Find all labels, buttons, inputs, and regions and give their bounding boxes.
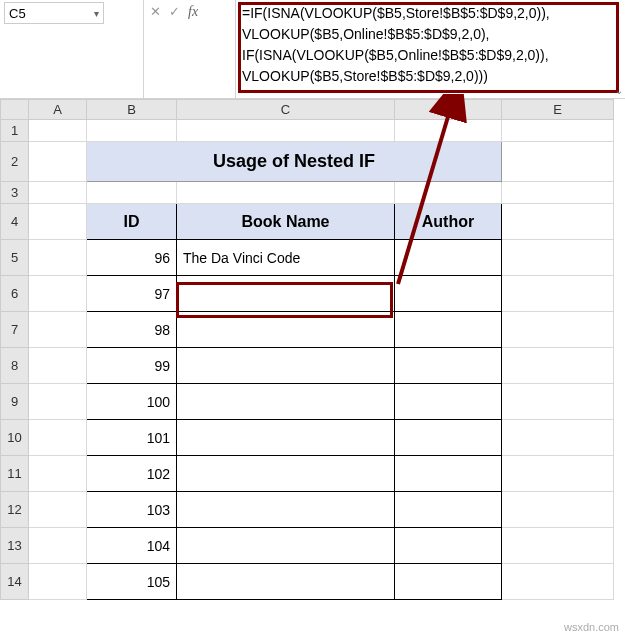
cell-id[interactable]: 105 (87, 564, 177, 600)
row-header-3[interactable]: 3 (1, 182, 29, 204)
row-header-8[interactable]: 8 (1, 348, 29, 384)
cell[interactable] (177, 182, 395, 204)
cell[interactable] (502, 492, 614, 528)
cell[interactable] (395, 182, 502, 204)
cell[interactable] (29, 564, 87, 600)
cancel-icon[interactable]: ✕ (150, 4, 161, 19)
row-header-2[interactable]: 2 (1, 142, 29, 182)
cell[interactable] (502, 312, 614, 348)
cell-book[interactable]: The Da Vinci Code (177, 240, 395, 276)
cell[interactable] (29, 384, 87, 420)
cell-book[interactable] (177, 528, 395, 564)
confirm-icon[interactable]: ✓ (169, 4, 180, 19)
cell[interactable] (29, 348, 87, 384)
title-cell[interactable]: Usage of Nested IF (87, 142, 502, 182)
formula-input[interactable]: =IF(ISNA(VLOOKUP($B5,Store!$B$5:$D$9,2,0… (242, 3, 619, 95)
col-header-b[interactable]: B (87, 100, 177, 120)
cell-author[interactable] (395, 564, 502, 600)
row-header-9[interactable]: 9 (1, 384, 29, 420)
cell-id[interactable]: 97 (87, 276, 177, 312)
fx-icon[interactable]: fx (188, 4, 198, 20)
name-box-value: C5 (9, 6, 26, 21)
cell-id[interactable]: 101 (87, 420, 177, 456)
cell[interactable] (177, 120, 395, 142)
cell[interactable] (502, 142, 614, 182)
cell-id[interactable]: 104 (87, 528, 177, 564)
expand-chevron-icon[interactable]: ⌄ (615, 85, 623, 96)
cell[interactable] (502, 528, 614, 564)
cell-author[interactable] (395, 384, 502, 420)
cell[interactable] (502, 420, 614, 456)
formula-input-wrap: =IF(ISNA(VLOOKUP($B5,Store!$B$5:$D$9,2,0… (236, 0, 625, 98)
cell[interactable] (29, 420, 87, 456)
cell[interactable] (29, 182, 87, 204)
row-header-6[interactable]: 6 (1, 276, 29, 312)
cell-book[interactable] (177, 564, 395, 600)
cell-book[interactable] (177, 492, 395, 528)
cell[interactable] (502, 204, 614, 240)
cell[interactable] (29, 312, 87, 348)
formula-bar: C5 ▾ ✕ ✓ fx =IF(ISNA(VLOOKUP($B5,Store!$… (0, 0, 625, 99)
row-header-1[interactable]: 1 (1, 120, 29, 142)
cell-author[interactable] (395, 528, 502, 564)
cell-id[interactable]: 99 (87, 348, 177, 384)
cell[interactable] (502, 564, 614, 600)
row-header-10[interactable]: 10 (1, 420, 29, 456)
col-header-a[interactable]: A (29, 100, 87, 120)
cell[interactable] (29, 240, 87, 276)
cell-book[interactable] (177, 276, 395, 312)
col-header-e[interactable]: E (502, 100, 614, 120)
cell-id[interactable]: 100 (87, 384, 177, 420)
cell[interactable] (502, 182, 614, 204)
cell[interactable] (502, 384, 614, 420)
col-header-c[interactable]: C (177, 100, 395, 120)
header-book-name[interactable]: Book Name (177, 204, 395, 240)
header-author[interactable]: Author (395, 204, 502, 240)
cell-book[interactable] (177, 420, 395, 456)
cell-author[interactable] (395, 492, 502, 528)
cell-author[interactable] (395, 276, 502, 312)
cell[interactable] (87, 120, 177, 142)
cell[interactable] (29, 120, 87, 142)
cell[interactable] (502, 120, 614, 142)
cell[interactable] (502, 276, 614, 312)
cell-author[interactable] (395, 420, 502, 456)
cell-id[interactable]: 98 (87, 312, 177, 348)
name-box[interactable]: C5 ▾ (4, 2, 104, 24)
cell-book[interactable] (177, 348, 395, 384)
cell[interactable] (29, 276, 87, 312)
cell-id[interactable]: 103 (87, 492, 177, 528)
row-header-7[interactable]: 7 (1, 312, 29, 348)
cell[interactable] (502, 456, 614, 492)
row-header-4[interactable]: 4 (1, 204, 29, 240)
cell-book[interactable] (177, 384, 395, 420)
cell[interactable] (29, 528, 87, 564)
cell[interactable] (29, 492, 87, 528)
cell-id[interactable]: 102 (87, 456, 177, 492)
cell[interactable] (29, 142, 87, 182)
chevron-down-icon[interactable]: ▾ (94, 8, 99, 19)
cell-author[interactable] (395, 312, 502, 348)
row-header-12[interactable]: 12 (1, 492, 29, 528)
cell[interactable] (29, 456, 87, 492)
row-header-11[interactable]: 11 (1, 456, 29, 492)
cell-author[interactable] (395, 348, 502, 384)
row-header-5[interactable]: 5 (1, 240, 29, 276)
cell-book[interactable] (177, 312, 395, 348)
select-all-corner[interactable] (1, 100, 29, 120)
cell-id[interactable]: 96 (87, 240, 177, 276)
formula-buttons: ✕ ✓ fx (144, 0, 236, 98)
cell-book[interactable] (177, 456, 395, 492)
row-header-13[interactable]: 13 (1, 528, 29, 564)
grid-table[interactable]: A B C D E 1 2 Usage of Nested IF 3 4 ID … (0, 99, 614, 600)
row-header-14[interactable]: 14 (1, 564, 29, 600)
cell[interactable] (29, 204, 87, 240)
cell[interactable] (87, 182, 177, 204)
cell[interactable] (502, 348, 614, 384)
header-id[interactable]: ID (87, 204, 177, 240)
cell[interactable] (395, 120, 502, 142)
cell-author[interactable] (395, 240, 502, 276)
col-header-d[interactable]: D (395, 100, 502, 120)
cell[interactable] (502, 240, 614, 276)
cell-author[interactable] (395, 456, 502, 492)
